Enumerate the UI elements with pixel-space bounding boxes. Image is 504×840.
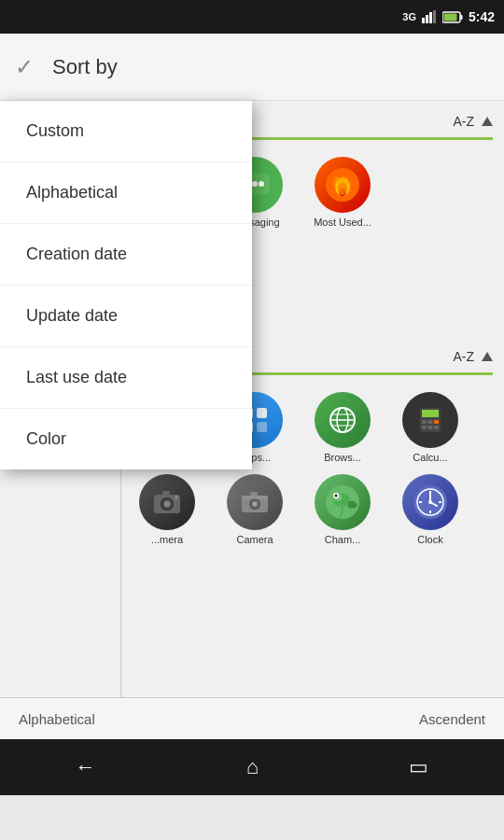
sort-option-custom[interactable]: Custom	[0, 101, 252, 162]
browser-icon	[315, 392, 371, 448]
svg-point-19	[252, 181, 258, 187]
sort-option-last-use-date[interactable]: Last use date	[0, 347, 252, 409]
checkmark-icon[interactable]: ✓	[15, 54, 34, 80]
bottom-sort-bar: Alphabetical Ascendent	[0, 697, 504, 739]
svg-rect-47	[422, 426, 427, 429]
svg-rect-0	[422, 18, 425, 23]
svg-rect-43	[422, 410, 439, 417]
chameleon-app[interactable]: Cham...	[301, 470, 385, 549]
svg-point-66	[335, 495, 338, 497]
sort-dropdown: Custom Alphabetical Creation date Update…	[0, 101, 252, 469]
nav-bar: ← ⌂ ▭	[0, 739, 504, 795]
svg-rect-1	[426, 15, 428, 23]
svg-rect-3	[433, 10, 436, 23]
most-used-label: Most Used...	[314, 217, 371, 228]
camera-icon	[139, 474, 195, 530]
svg-rect-49	[434, 426, 439, 429]
section-two-sort: A-Z	[453, 114, 493, 129]
camera2-label: Camera	[236, 534, 273, 545]
back-button[interactable]: ←	[57, 748, 115, 787]
svg-rect-54	[162, 491, 170, 495]
clock-label: Clock	[417, 534, 443, 545]
recents-button[interactable]: ▭	[390, 748, 447, 787]
browser-label: Brows...	[324, 452, 361, 463]
sort-option-color[interactable]: Color	[0, 409, 252, 469]
section-two-sort-label: A-Z	[453, 114, 474, 129]
svg-rect-45	[428, 420, 433, 424]
svg-point-55	[175, 496, 178, 499]
svg-rect-61	[242, 496, 268, 499]
camera-symbol	[150, 485, 184, 519]
svg-rect-34	[257, 408, 267, 418]
top-bar: ✓ Sort by	[0, 34, 504, 101]
status-bar: 3G 5:42	[0, 0, 504, 34]
svg-point-53	[164, 501, 170, 507]
svg-rect-60	[250, 492, 258, 496]
clock-app-icon	[402, 474, 458, 530]
section-two-sort-icon	[482, 117, 493, 126]
camera2-symbol	[238, 485, 272, 519]
sort-option-update-date[interactable]: Update date	[0, 286, 252, 347]
chameleon-app-icon	[315, 474, 371, 530]
svg-rect-46	[434, 420, 439, 424]
chameleon-symbol	[324, 483, 361, 521]
chameleon-label: Cham...	[325, 534, 361, 545]
svg-rect-44	[422, 420, 427, 424]
main-content: A-Z Four	[0, 101, 504, 697]
calculator-app[interactable]: Calcu...	[388, 388, 472, 467]
svg-rect-36	[257, 422, 267, 432]
folders-sort-icon	[482, 352, 493, 361]
clock-app[interactable]: Clock	[388, 470, 472, 549]
camera2-icon	[227, 474, 283, 530]
content-wrapper: A-Z Four	[0, 101, 504, 739]
calculator-label: Calcu...	[413, 452, 447, 463]
camera-app[interactable]: ...mera	[125, 470, 209, 549]
svg-point-20	[259, 181, 264, 187]
most-used-icon	[315, 157, 371, 213]
svg-rect-5	[460, 15, 462, 20]
calculator-symbol	[413, 403, 447, 437]
svg-point-59	[253, 502, 257, 506]
folders-sort-label: A-Z	[453, 349, 474, 364]
signal-indicator: 3G	[402, 11, 416, 22]
svg-rect-6	[443, 13, 456, 21]
svg-rect-2	[429, 12, 432, 23]
clock-symbol	[412, 483, 449, 521]
sort-direction-label: Ascendent	[419, 711, 485, 727]
sort-option-creation-date[interactable]: Creation date	[0, 224, 252, 286]
calculator-icon	[402, 392, 458, 448]
page-title: Sort by	[52, 55, 118, 79]
battery-icon	[442, 11, 463, 23]
camera2-app[interactable]: Camera	[213, 470, 297, 549]
signal-bars-icon	[422, 10, 437, 23]
flame-symbol	[324, 166, 361, 203]
camera-label: ...mera	[151, 534, 183, 545]
home-button[interactable]: ⌂	[228, 748, 277, 787]
current-sort-label: Alphabetical	[19, 711, 95, 727]
sort-option-alphabetical[interactable]: Alphabetical	[0, 162, 252, 224]
browser-app[interactable]: Brows...	[301, 388, 385, 467]
browser-symbol	[326, 403, 359, 437]
svg-rect-48	[428, 426, 433, 429]
status-time: 5:42	[469, 9, 495, 24]
most-used-app[interactable]: Most Used...	[301, 153, 385, 231]
folders-sort: A-Z	[453, 349, 493, 364]
